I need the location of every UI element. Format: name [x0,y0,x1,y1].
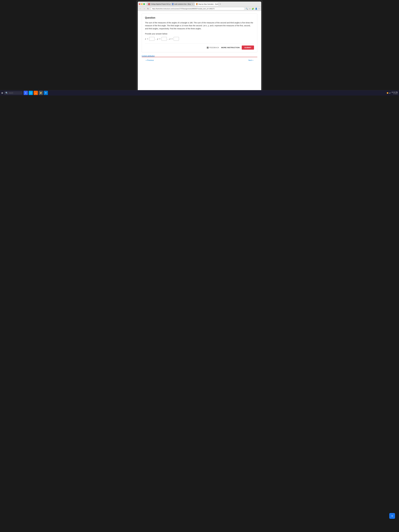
answer-section: Provide your answer below: x = , y = , z… [145,33,254,41]
content-attribution-link[interactable]: Content attribution [142,55,257,57]
taskbar-clock: 12:21 PM 3-3/202 [392,91,398,95]
clock-time: 12:21 PM [392,91,398,93]
firefox-icon: 🦊 [35,92,37,94]
question-title: Question [145,16,254,19]
z-label: z [169,38,171,40]
taskbar-app-files[interactable]: 📁 [39,91,43,95]
y-label: y [157,38,158,40]
clock-date: 3-3/202 [392,93,398,95]
question-section: Question The sum of the measures of the … [142,14,257,52]
forward-button[interactable]: → [143,7,146,10]
taskbar-app-browser[interactable]: e [24,91,28,95]
tab2-label: math solutions free - Bing [174,3,191,5]
y-eq-sign: = [159,38,160,40]
window-controls [139,3,145,5]
reload-button[interactable]: ↻ [147,7,149,10]
maximize-window-button[interactable] [143,3,145,5]
taskbar: ⊞ 🔍 e ◯ 🦊 📁 W 📶 🔊 12:21 PM 3-3/202 [0,90,399,95]
submit-button[interactable]: SUBMIT [242,45,254,50]
taskbar-app-firefox[interactable]: 🦊 [34,91,38,95]
address-bar: ← → ↻ 🔍 ☆ 🧩 👤 ⋯ [138,6,261,11]
tab-symbolab[interactable]: Sy Step-by-Step Calculator - Symbo ✕ [195,2,219,6]
z-input[interactable] [174,37,179,41]
taskbar-search-icon: 🔍 [5,92,8,94]
comma2: , [168,38,168,40]
back-button[interactable]: ← [139,7,142,10]
tab2-favicon: b [172,3,173,5]
taskbar-volume-icon: 🔊 [389,92,391,94]
x-label: x [145,38,146,40]
feedback-icon [207,47,209,49]
minimize-window-button[interactable] [141,3,143,5]
browser-titlebar: PDF College Algebra Project S21.pdf ✕ b … [138,2,261,6]
menu-icon[interactable]: ⋯ [258,8,260,10]
tab3-favicon: Sy [196,3,197,5]
feedback-label: FEEDBACK [209,47,219,49]
url-bar[interactable] [150,7,245,10]
profile-icon[interactable]: 👤 [255,8,257,10]
more-instruction-button[interactable]: MORE INSTRUCTION [221,47,240,49]
taskbar-app-edge[interactable]: ◯ [29,91,33,95]
star-icon[interactable]: ☆ [249,8,251,10]
comma1: , [156,38,156,40]
taskbar-search-box[interactable]: 🔍 [4,91,23,95]
tab1-favicon: PDF [148,3,150,5]
browser-icon: e [25,92,26,94]
new-tab-button[interactable]: + [219,3,222,5]
x-eq-sign: = [147,38,148,40]
taskbar-network-icon: 📶 [387,92,388,94]
x-input[interactable] [149,37,154,41]
tab3-label: Step-by-Step Calculator - Symbo [198,3,219,5]
edge-icon: ◯ [30,92,32,94]
action-bar: FEEDBACK MORE INSTRUCTION SUBMIT [145,43,254,50]
nav-footer: « Previous Next » [142,57,257,63]
taskbar-apps: e ◯ 🦊 📁 W [24,91,386,95]
tab2-close-icon[interactable]: ✕ [192,3,193,5]
word-icon: W [45,92,46,94]
taskbar-app-word[interactable]: W [44,91,48,95]
search-addr-icon: 🔍 [246,8,248,10]
y-input[interactable] [162,37,167,41]
question-text: The sum of the measures of the angles of… [145,21,254,30]
answer-label: Provide your answer below: [145,33,254,35]
taskbar-right: 📶 🔊 12:21 PM 3-3/202 [387,91,398,95]
previous-link[interactable]: « Previous [146,59,154,61]
files-icon: 📁 [40,92,42,94]
z-eq-sign: = [171,38,173,40]
equation-row: x = , y = , z = [145,37,254,41]
tab-college-algebra[interactable]: PDF College Algebra Project S21.pdf ✕ [147,2,171,6]
taskbar-search-input[interactable] [9,92,19,94]
tab1-label: College Algebra Project S21.pdf [151,3,171,5]
next-link[interactable]: Next » [248,59,253,61]
close-window-button[interactable] [139,3,140,5]
tab-bing[interactable]: b math solutions free - Bing ✕ [171,2,195,6]
feedback-button[interactable]: FEEDBACK [207,47,219,49]
page-content: Question The sum of the measures of the … [138,11,261,90]
tabs-bar: PDF College Algebra Project S21.pdf ✕ b … [147,2,260,6]
address-bar-icons: 🔍 ☆ 🧩 👤 ⋯ [246,8,260,10]
windows-start-icon[interactable]: ⊞ [1,92,3,94]
extensions-icon[interactable]: 🧩 [252,8,254,10]
